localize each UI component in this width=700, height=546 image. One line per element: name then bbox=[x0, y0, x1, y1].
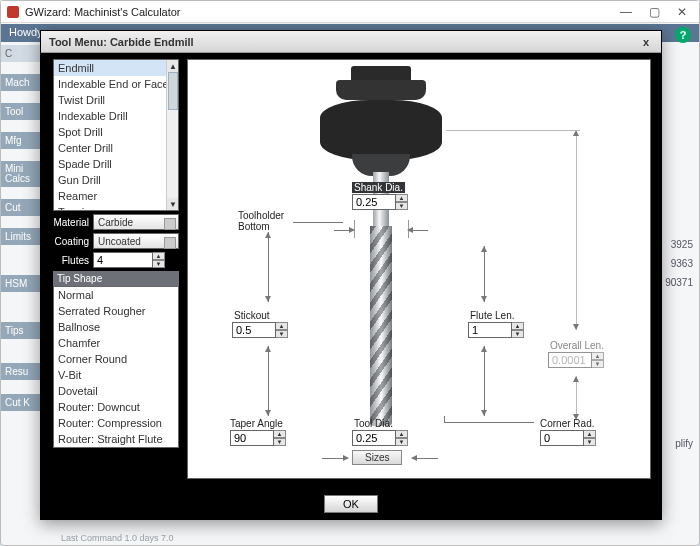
scroll-down-icon[interactable]: ▼ bbox=[167, 198, 179, 210]
bg-right-values: 3925 9363 90371 plify bbox=[665, 239, 693, 457]
bg-value: 90371 bbox=[665, 277, 693, 288]
spin-up-icon[interactable]: ▲ bbox=[512, 322, 524, 330]
material-label: Material bbox=[53, 217, 93, 228]
spin-down-icon[interactable]: ▼ bbox=[592, 360, 604, 368]
list-item[interactable]: Corner Round bbox=[54, 351, 178, 367]
list-item[interactable]: Router: Compression bbox=[54, 415, 178, 431]
spin-up-icon[interactable]: ▲ bbox=[153, 252, 165, 260]
list-item[interactable]: Normal bbox=[54, 287, 178, 303]
list-item[interactable]: Reamer bbox=[54, 188, 178, 204]
spin-down-icon[interactable]: ▼ bbox=[512, 330, 524, 338]
spin-up-icon[interactable]: ▲ bbox=[396, 194, 408, 202]
tool-dia-label: Tool Dia. bbox=[354, 418, 393, 429]
list-item[interactable]: Dovetail bbox=[54, 383, 178, 399]
taper-angle-label: Taper Angle bbox=[230, 418, 283, 429]
list-item[interactable]: Serrated Rougher bbox=[54, 303, 178, 319]
list-item[interactable]: Gun Drill bbox=[54, 172, 178, 188]
flute-len-input[interactable] bbox=[468, 322, 512, 338]
ok-button[interactable]: OK bbox=[324, 495, 378, 513]
list-item[interactable]: Ballnose bbox=[54, 319, 178, 335]
list-item[interactable]: Router: Downcut bbox=[54, 399, 178, 415]
spin-down-icon[interactable]: ▼ bbox=[396, 438, 408, 446]
sizes-button[interactable]: Sizes bbox=[352, 450, 402, 465]
toolholder-graphic bbox=[318, 66, 444, 172]
spin-down-icon[interactable]: ▼ bbox=[274, 438, 286, 446]
spin-down-icon[interactable]: ▼ bbox=[153, 260, 165, 268]
tip-shape-header: Tip Shape bbox=[53, 271, 179, 286]
list-item[interactable]: Tapping bbox=[54, 204, 178, 211]
app-icon bbox=[7, 6, 19, 18]
bg-value: 3925 bbox=[665, 239, 693, 250]
shank-dia-input[interactable] bbox=[352, 194, 396, 210]
scroll-thumb[interactable] bbox=[168, 72, 178, 110]
dialog-close-button[interactable]: x bbox=[639, 35, 653, 49]
spin-up-icon[interactable]: ▲ bbox=[274, 430, 286, 438]
spin-up-icon[interactable]: ▲ bbox=[396, 430, 408, 438]
flute-len-label: Flute Len. bbox=[470, 310, 514, 321]
overall-len-input[interactable] bbox=[548, 352, 592, 368]
bg-value: 9363 bbox=[665, 258, 693, 269]
window-minimize-button[interactable]: — bbox=[619, 5, 633, 19]
list-item[interactable]: Twist Drill bbox=[54, 92, 178, 108]
stickout-input[interactable] bbox=[232, 322, 276, 338]
tip-shape-list[interactable]: Normal Serrated Rougher Ballnose Chamfer… bbox=[53, 286, 179, 448]
dialog-titlebar: Tool Menu: Carbide Endmill x bbox=[41, 31, 661, 53]
tool-dia-input[interactable] bbox=[352, 430, 396, 446]
corner-rad-label: Corner Rad. bbox=[540, 418, 594, 429]
spin-down-icon[interactable]: ▼ bbox=[396, 202, 408, 210]
scroll-up-icon[interactable]: ▲ bbox=[167, 60, 179, 72]
spin-up-icon[interactable]: ▲ bbox=[276, 322, 288, 330]
list-item[interactable]: Spade Drill bbox=[54, 156, 178, 172]
titlebar: GWizard: Machinist's Calculator — ▢ ✕ bbox=[1, 1, 699, 23]
list-item[interactable]: Chamfer bbox=[54, 335, 178, 351]
bg-value: plify bbox=[665, 438, 693, 449]
toolholder-bottom-label: ToolholderBottom bbox=[238, 210, 284, 232]
list-item[interactable]: Indexable End or Face Mill bbox=[54, 76, 178, 92]
window-close-button[interactable]: ✕ bbox=[675, 5, 689, 19]
spin-up-icon[interactable]: ▲ bbox=[584, 430, 596, 438]
list-item[interactable]: V-Bit bbox=[54, 367, 178, 383]
footer-text: Last Command 1.0 days 7.0 bbox=[61, 533, 174, 543]
tool-type-list[interactable]: Endmill Indexable End or Face Mill Twist… bbox=[53, 59, 179, 211]
list-item[interactable]: Indexable Drill bbox=[54, 108, 178, 124]
dialog-title: Tool Menu: Carbide Endmill bbox=[49, 36, 639, 48]
corner-rad-input[interactable] bbox=[540, 430, 584, 446]
list-item[interactable]: Spot Drill bbox=[54, 124, 178, 140]
stickout-label: Stickout bbox=[234, 310, 270, 321]
shank-dia-label: Shank Dia. bbox=[352, 182, 405, 193]
help-icon[interactable]: ? bbox=[675, 27, 691, 43]
spin-down-icon[interactable]: ▼ bbox=[584, 438, 596, 446]
flutes-graphic bbox=[370, 226, 392, 426]
coating-select[interactable]: Uncoated bbox=[93, 233, 179, 249]
spin-down-icon[interactable]: ▼ bbox=[276, 330, 288, 338]
taper-angle-input[interactable] bbox=[230, 430, 274, 446]
list-item[interactable]: Router: Straight Flute bbox=[54, 431, 178, 447]
flutes-input[interactable] bbox=[93, 252, 153, 268]
tool-diagram: Shank Dia. ▲▼ ToolholderBottom Stickout … bbox=[187, 59, 651, 479]
flutes-label: Flutes bbox=[53, 255, 93, 266]
list-item[interactable]: Center Drill bbox=[54, 140, 178, 156]
window-maximize-button[interactable]: ▢ bbox=[647, 5, 661, 19]
overall-len-label: Overall Len. bbox=[550, 340, 604, 351]
material-select[interactable]: Carbide bbox=[93, 214, 179, 230]
spin-up-icon[interactable]: ▲ bbox=[592, 352, 604, 360]
coating-label: Coating bbox=[53, 236, 93, 247]
list-item[interactable]: Endmill bbox=[54, 60, 178, 76]
app-title: GWizard: Machinist's Calculator bbox=[25, 6, 619, 18]
scrollbar[interactable]: ▲ ▼ bbox=[166, 60, 178, 210]
tool-menu-dialog: Tool Menu: Carbide Endmill x Endmill Ind… bbox=[40, 30, 662, 520]
